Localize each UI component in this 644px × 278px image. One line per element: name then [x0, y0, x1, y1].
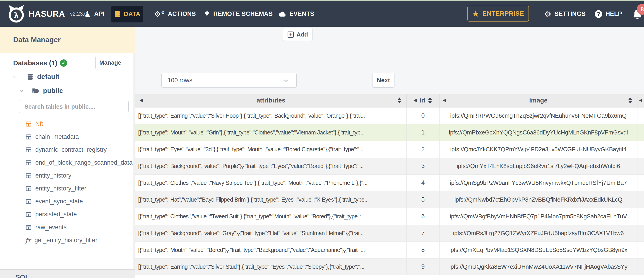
sidebar-item-raw-events[interactable]: raw_events: [0, 221, 136, 234]
table-name: chain_metadata: [35, 133, 79, 140]
cell-partial: [638, 191, 644, 208]
cell-attributes[interactable]: [{"trait_type":"Clothes","value":"Navy S…: [136, 175, 407, 191]
nav-item-api[interactable]: API: [84, 1, 104, 27]
cell-attributes[interactable]: [{"trait_type":"Hat","value":"Bayc Flipp…: [136, 191, 407, 208]
cell-image[interactable]: ipfs://QmcJYkCKK7QPmYWjp4FD2e3Lv5WCGFuHN…: [440, 141, 638, 158]
cell-id[interactable]: 7: [407, 225, 440, 241]
schema-name: public: [43, 87, 63, 95]
hasura-logo-icon[interactable]: λ: [7, 4, 26, 23]
cell-attributes[interactable]: [{"trait_type":"Background","value":"Pur…: [136, 158, 407, 174]
table-name: raw_events: [35, 224, 66, 231]
tree-node-default-db[interactable]: default: [12, 71, 59, 83]
cell-image[interactable]: ipfs://QmWBgfBhyVmHNhBfEQ7p1P4Mpn7pm5b8K…: [440, 208, 638, 225]
table-row[interactable]: [{"trait_type":"Eyes","value":"3d"},{"tr…: [136, 141, 644, 158]
cell-id[interactable]: 6: [407, 208, 440, 225]
table-row[interactable]: [{"trait_type":"Background","value":"Pur…: [136, 158, 644, 175]
column-title: image: [440, 97, 637, 104]
nav-item-events[interactable]: EVENTS: [278, 1, 314, 27]
chevron-down-icon[interactable]: [12, 74, 18, 79]
sort-icon[interactable]: [628, 97, 632, 103]
sidebar-item-sql[interactable]: SQL: [16, 273, 30, 278]
cell-id[interactable]: 4: [407, 175, 440, 191]
cell-partial: [638, 107, 644, 124]
table-icon: [25, 198, 32, 205]
enterprise-button[interactable]: ★ ENTERPRISE: [468, 6, 529, 22]
cell-image[interactable]: ipfs://QmRRPWG96cmgTn2qSzjwr2qvfNEuhunv6…: [440, 107, 638, 124]
cell-attributes[interactable]: [{"trait_type":"Clothes","value":"Tweed …: [136, 208, 407, 225]
cell-image[interactable]: ipfs://QmRsJLrg27GQ1ZWyrXZFuJFdU5bapfzsy…: [440, 225, 638, 241]
star-icon: ★: [472, 10, 480, 18]
column-header-attributes[interactable]: attributes: [136, 94, 407, 107]
gear-icon: ⚙: [544, 10, 552, 18]
cell-id[interactable]: 2: [407, 141, 440, 158]
sidebar-item-event-sync-state[interactable]: event_sync_state: [0, 195, 136, 208]
chevron-left-icon[interactable]: [414, 98, 417, 102]
cell-attributes[interactable]: [{"trait_type":"Background","value":"Gra…: [136, 225, 407, 241]
cell-attributes[interactable]: [{"trait_type":"Eyes","value":"3d"},{"tr…: [136, 141, 407, 158]
cell-id[interactable]: 9: [407, 258, 440, 275]
cell-id[interactable]: 0: [407, 107, 440, 124]
table-name: entity_history_filter: [35, 185, 86, 192]
sort-icon[interactable]: [398, 97, 402, 103]
folder-open-icon: [32, 87, 40, 94]
next-page-button[interactable]: Next: [372, 73, 394, 87]
nav-item-settings[interactable]: ⚙ SETTINGS: [544, 1, 586, 27]
chevron-down-icon[interactable]: [18, 88, 24, 93]
sidebar-item-nft[interactable]: Nft: [0, 117, 136, 130]
nav-item-help[interactable]: ? HELP: [595, 1, 622, 27]
table-row[interactable]: [{"trait_type":"Mouth","value":"Bored"},…: [136, 242, 644, 258]
help-label: HELP: [606, 11, 622, 18]
table-row-highlighted[interactable]: [{"trait_type":"Mouth","value":"Grin"},{…: [136, 124, 644, 141]
cell-image[interactable]: ipfs://QmNwbd7ctEhGpVkP8nZvBBQfiNeFKRdxf…: [440, 191, 638, 208]
sidebar-item-entity-history-filter[interactable]: entity_history_filter: [0, 182, 136, 195]
sidebar-data-manager: Data Manager Databases (1) ✓ Manage defa…: [0, 27, 136, 278]
sort-icon[interactable]: [428, 97, 432, 103]
cell-id[interactable]: 3: [407, 158, 440, 174]
table-icon: [25, 134, 32, 140]
table-row[interactable]: [{"trait_type":"Clothes","value":"Tweed …: [136, 208, 644, 225]
table-row[interactable]: [{"trait_type":"Clothes","value":"Navy S…: [136, 175, 644, 191]
nav-item-label: ACTIONS: [168, 11, 196, 18]
cell-attributes[interactable]: [{"trait_type":"Mouth","value":"Bored"},…: [136, 242, 407, 258]
nav-item-actions[interactable]: ⚙⚙ ACTIONS: [154, 1, 196, 27]
table-row[interactable]: [{"trait_type":"Earring","value":"Silver…: [136, 107, 644, 124]
cell-id[interactable]: 5: [407, 191, 440, 208]
add-row-button[interactable]: Add: [283, 28, 312, 41]
sidebar-item-dynamic-contract-registry[interactable]: dynamic_contract_registry: [0, 143, 136, 156]
manage-button[interactable]: Manage: [95, 56, 125, 69]
svg-text:λ: λ: [14, 11, 18, 20]
tree-node-public-schema[interactable]: public: [18, 85, 63, 97]
cell-image[interactable]: ipfs://QmYxT4LnK8sqLupjbS6eRvu1si7Ly2wFQ…: [440, 158, 638, 174]
column-header-image[interactable]: image: [440, 94, 638, 107]
column-header-partial[interactable]: [638, 94, 644, 107]
sidebar-item-end-of-block-range-scanned-data[interactable]: end_of_block_range_scanned_data: [0, 156, 136, 169]
sidebar-item-persisted-state[interactable]: persisted_state: [0, 208, 136, 221]
databases-label: Databases (1) ✓: [13, 59, 67, 67]
table-row[interactable]: [{"trait_type":"Earring","value":"Silver…: [136, 258, 644, 275]
cloud-icon: [278, 11, 286, 17]
cell-image[interactable]: ipfs://QmUQgKka8EW7exiUHnMwZ4UoXA11wV7NF…: [440, 258, 638, 275]
cell-image[interactable]: ipfs://QmXEqPbvM4aq1SQSXN8DSuEcSo5SseYW1…: [440, 242, 638, 258]
nav-item-data-active[interactable]: DATA: [111, 6, 143, 23]
sidebar-item-entity-history[interactable]: entity_history: [0, 169, 136, 182]
table-row[interactable]: [{"trait_type":"Hat","value":"Bayc Flipp…: [136, 191, 644, 208]
sidebar-scrollbar[interactable]: [133, 53, 135, 269]
nav-item-remote-schemas[interactable]: REMOTE SCHEMAS: [204, 1, 273, 27]
cell-attributes[interactable]: [{"trait_type":"Mouth","value":"Grin"},{…: [136, 124, 407, 141]
cell-attributes[interactable]: [{"trait_type":"Earring","value":"Silver…: [136, 107, 407, 124]
table-row[interactable]: [{"trait_type":"Background","value":"Gra…: [136, 225, 644, 242]
sidebar-item-get-entity-history-filter[interactable]: ƒx get_entity_history_filter: [0, 234, 136, 247]
cell-partial: [638, 258, 644, 275]
sidebar-item-chain-metadata[interactable]: chain_metadata: [0, 130, 136, 143]
cell-id[interactable]: 1: [407, 124, 440, 141]
cell-image[interactable]: ipfs://QmPbxeGcXhYQQNgsC6a36dDyYUcHgMLnG…: [440, 124, 638, 141]
rows-per-page-select[interactable]: 100 rows: [162, 73, 297, 87]
search-tables-input[interactable]: [19, 100, 128, 113]
chevron-left-icon[interactable]: [639, 98, 642, 102]
nav-item-label: API: [94, 11, 104, 18]
cell-attributes[interactable]: [{"trait_type":"Earring","value":"Silver…: [136, 258, 407, 275]
column-header-id[interactable]: id: [407, 94, 440, 107]
cell-partial: [638, 242, 644, 258]
cell-image[interactable]: ipfs://QmSg9bPzW9anFYc3wWU5KnvymwkxQTpmq…: [440, 175, 638, 191]
cell-id[interactable]: 8: [407, 242, 440, 258]
